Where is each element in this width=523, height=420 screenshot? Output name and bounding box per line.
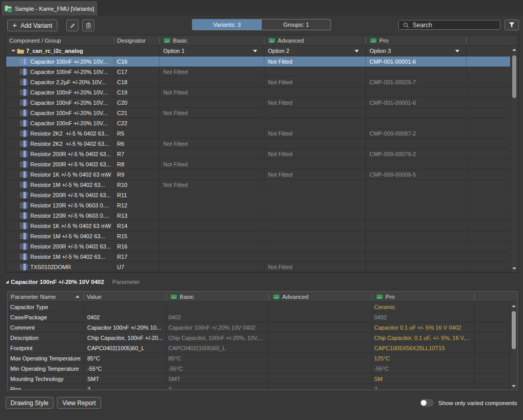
advanced-cell[interactable] (268, 302, 372, 312)
advanced-cell[interactable] (268, 353, 372, 363)
designator-cell[interactable]: U7 (114, 262, 159, 272)
basic-cell[interactable]: Chip Capacitor, 100nF +/-20%, 10V,... (166, 333, 268, 342)
component-row[interactable]: Resistor 200R +/-5 % 0402 63...R16 (6, 241, 518, 252)
column-header-value[interactable]: Value (84, 292, 166, 301)
component-cell[interactable]: Resistor 1M +/-5 % 0402 63... (6, 231, 114, 241)
parameter-row[interactable]: Min Operating Temperature-55°C-55°C-55°C (8, 364, 517, 374)
parameter-name-cell[interactable]: Min Operating Temperature (8, 364, 84, 373)
component-row[interactable]: Capacitor 100nF +/-20% 10V...C20Not Fitt… (6, 98, 518, 108)
component-row[interactable]: Resistor 120R +/-5 % 0603 0....R12 (6, 200, 518, 211)
pro-cell[interactable] (365, 87, 466, 97)
parameter-scrollbar[interactable] (510, 302, 517, 390)
component-cell[interactable]: Resistor 200R +/-5 % 0402 63... (6, 241, 114, 251)
designator-cell[interactable]: R11 (114, 190, 159, 200)
tab-variants[interactable]: Variants: 3 (192, 20, 261, 30)
basic-cell[interactable] (159, 98, 264, 107)
component-cell[interactable]: Capacitor 100nF +/-20% 10V... (6, 67, 114, 77)
component-row[interactable]: Resistor 1M +/-5 % 0402 63...R15 (6, 231, 518, 241)
parameter-name-cell[interactable]: Description (8, 333, 84, 342)
drawing-style-button[interactable]: Drawing Style (6, 397, 53, 409)
basic-cell[interactable] (159, 211, 264, 220)
parameter-row[interactable]: DescriptionChip Capacitor, 100nF +/-20..… (8, 333, 517, 343)
basic-cell[interactable]: 85°C (166, 353, 268, 363)
column-header-param-pro[interactable]: Pro (372, 292, 474, 301)
pro-cell[interactable]: CMP-009-00087-2 (365, 128, 466, 138)
scrollbar-thumb[interactable] (512, 55, 516, 98)
advanced-cell[interactable] (264, 139, 365, 148)
designator-cell[interactable]: C17 (114, 67, 159, 77)
pro-cell[interactable] (365, 200, 466, 210)
pro-cell[interactable] (365, 118, 466, 128)
pro-cell[interactable] (365, 241, 466, 251)
designator-cell[interactable]: R6 (114, 139, 159, 148)
component-row[interactable]: Resistor 1M +/-5 % 0402 63...R17 (6, 252, 518, 262)
parameter-name-cell[interactable]: Pins (8, 384, 84, 390)
document-tab[interactable]: Sample - Kame_FMU [Variants] (2, 2, 97, 15)
pro-cell[interactable]: CMP-001-00001-6 (365, 56, 466, 66)
column-header-component-group[interactable]: Component / Group (6, 35, 114, 45)
value-cell[interactable] (84, 302, 166, 312)
basic-cell[interactable]: Not Fitted (159, 87, 264, 97)
advanced-cell[interactable]: Not Fitted (264, 149, 365, 159)
advanced-cell[interactable] (264, 159, 365, 169)
basic-cell[interactable]: Not Fitted (159, 139, 264, 148)
designator-cell[interactable]: R9 (114, 169, 159, 179)
designator-cell[interactable]: C22 (114, 118, 159, 128)
parameter-row[interactable]: CommentCapacitor 100nF +/-20% 10...Capac… (8, 322, 517, 333)
parameter-name-cell[interactable]: Comment (8, 322, 84, 332)
parameter-row[interactable]: Max Operating Temperature85°C85°C125°C (8, 353, 517, 364)
designator-cell[interactable]: R12 (114, 200, 159, 210)
component-row[interactable]: Resistor 2K2 +/-5 % 0402 63...R6Not Fitt… (6, 139, 518, 149)
value-cell[interactable]: 85°C (84, 353, 166, 363)
component-cell[interactable]: Resistor 200R +/-5 % 0402 63... (6, 190, 114, 200)
component-row[interactable]: Capacitor 100nF +/-20% 10V...C22 (6, 118, 518, 128)
designator-cell[interactable]: R10 (114, 180, 159, 189)
component-row[interactable]: TXS0102DOMRU7Not Fitted (6, 262, 518, 272)
parameter-name-cell[interactable]: Max Operating Temperature (8, 353, 84, 363)
designator-cell[interactable]: C19 (114, 87, 159, 97)
component-row[interactable]: Capacitor 100nF +/-20% 10V...C17Not Fitt… (6, 67, 518, 77)
advanced-cell[interactable] (264, 200, 365, 210)
parameter-row[interactable]: Case/Package040204020402 (8, 312, 517, 322)
basic-cell[interactable]: Not Fitted (159, 67, 264, 77)
search-input[interactable] (413, 21, 497, 29)
advanced-cell[interactable] (264, 108, 365, 118)
pro-cell[interactable]: 2 (372, 384, 474, 390)
advanced-cell[interactable] (264, 180, 365, 189)
pro-cell[interactable] (365, 159, 466, 169)
basic-cell[interactable]: Not Fitted (159, 108, 264, 118)
filter-button[interactable] (505, 20, 519, 30)
basic-cell[interactable]: Not Fitted (159, 159, 264, 169)
pro-cell[interactable] (365, 262, 466, 272)
value-cell[interactable]: 0402 (84, 312, 166, 322)
component-row[interactable]: Resistor 200R +/-5 % 0402 63...R11 (6, 190, 518, 200)
component-row[interactable]: Resistor 2K2 +/-5 % 0402 63...R5Not Fitt… (6, 128, 518, 139)
basic-cell[interactable] (159, 262, 264, 272)
designator-cell[interactable]: R13 (114, 211, 159, 220)
basic-cell[interactable]: 2 (166, 384, 268, 390)
basic-cell[interactable] (166, 302, 268, 312)
basic-cell[interactable] (159, 231, 264, 241)
basic-cell[interactable] (159, 77, 264, 87)
basic-cell[interactable] (159, 221, 264, 231)
value-cell[interactable]: Chip Capacitor, 100nF +/-20... (84, 333, 166, 342)
basic-cell[interactable]: SMT (166, 374, 268, 384)
pro-cell[interactable]: Capacitor 0.1 uF +/- 5% 16 V 0402 (372, 322, 474, 332)
designator-cell[interactable]: C18 (114, 77, 159, 87)
component-cell[interactable]: Capacitor 100nF +/-20% 10V... (6, 108, 114, 118)
variants-scrollbar[interactable] (510, 46, 518, 272)
group-cell[interactable]: 7_can_rc_i2c_analog (6, 46, 159, 56)
pro-cell[interactable] (365, 221, 466, 231)
advanced-cell[interactable] (264, 118, 365, 128)
parameter-row[interactable]: Pins222 (8, 384, 517, 390)
option-select-pro[interactable]: Option 3 (365, 46, 466, 56)
search-box[interactable] (398, 20, 500, 30)
designator-cell[interactable]: R16 (114, 241, 159, 251)
advanced-cell[interactable] (264, 87, 365, 97)
component-cell[interactable]: Capacitor 100nF +/-20% 10V... (6, 87, 114, 97)
pro-cell[interactable]: CAPC1005X56X25LL10T15 (372, 343, 474, 353)
designator-cell[interactable]: R7 (114, 149, 159, 159)
pro-cell[interactable] (365, 211, 466, 220)
component-cell[interactable]: Resistor 120R +/-5 % 0603 0.... (6, 211, 114, 220)
basic-cell[interactable] (159, 200, 264, 210)
